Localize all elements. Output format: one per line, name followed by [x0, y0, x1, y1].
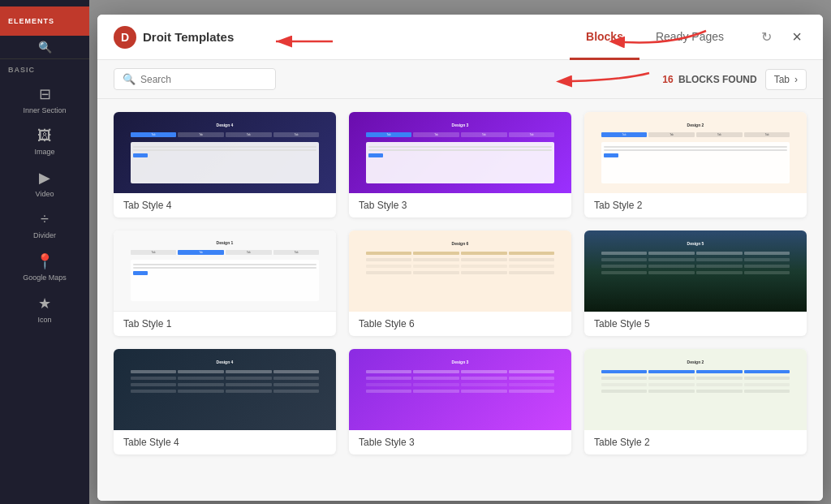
table-style-5-label: Table Style 5 — [584, 312, 807, 336]
sidebar: ELEMENTS 🔍 BASIC ⊟ Inner Section 🖼 Image… — [0, 0, 89, 504]
filter-dropdown[interactable]: Tab › — [765, 69, 807, 90]
sidebar-search[interactable]: 🔍 — [0, 36, 89, 59]
grid-item-tab-style-3[interactable]: Design 3 Tab Tab Tab Tab — [349, 112, 571, 218]
modal-header: D Droit Templates Blocks — [97, 15, 823, 60]
main-area: D Droit Templates Blocks — [89, 0, 831, 504]
icon-icon: ★ — [38, 295, 51, 312]
sidebar-header-label: ELEMENTS — [8, 17, 54, 25]
sidebar-item-icon[interactable]: ★ Icon — [0, 286, 89, 329]
grid-item-tab-style-2[interactable]: Design 2 Tab Tab Tab Tab — [584, 112, 807, 218]
grid-item-table-style-6[interactable]: Design 6 — [349, 230, 571, 336]
modal-title: Droit Templates — [143, 30, 234, 44]
thumb-table-style-2: Design 2 — [584, 349, 807, 430]
template-grid: Design 4 Tab Tab Tab Tab — [114, 112, 807, 454]
results-count: 16 BLOCKS FOUND — [662, 74, 756, 85]
table-style-2-label: Table Style 2 — [584, 430, 807, 454]
results-info: 16 BLOCKS FOUND Tab › — [286, 69, 807, 90]
sidebar-item-image[interactable]: 🖼 Image — [0, 119, 89, 161]
search-box[interactable]: 🔍 — [114, 68, 276, 90]
modal-toolbar: 🔍 16 BLOCKS FOUND Tab › — [97, 60, 823, 99]
video-icon: ▶ — [39, 169, 50, 187]
image-label: Image — [34, 148, 54, 156]
table-style-6-label: Table Style 6 — [349, 312, 571, 336]
modal-tabs: Blocks Ready Pages — [570, 15, 740, 59]
modal-logo: D Droit Templates — [114, 26, 570, 49]
table-style-3-label: Table Style 3 — [349, 430, 571, 454]
thumb-tab-style-2: Design 2 Tab Tab Tab Tab — [584, 112, 807, 193]
grid-item-tab-style-4[interactable]: Design 4 Tab Tab Tab Tab — [114, 112, 336, 218]
divider-icon: ÷ — [41, 211, 49, 228]
modal-header-actions: ↻ × — [756, 28, 807, 47]
google-maps-icon: 📍 — [36, 252, 54, 270]
results-label: BLOCKS FOUND — [678, 74, 757, 85]
tab-blocks[interactable]: Blocks — [570, 15, 639, 60]
grid-item-tab-style-1[interactable]: Design 1 Tab Tab Tab Tab — [114, 230, 336, 336]
thumb-tab-style-4: Design 4 Tab Tab Tab Tab — [114, 112, 336, 193]
modal-logo-icon: D — [114, 26, 136, 49]
inner-section-icon: ⊟ — [39, 85, 51, 103]
modal-grid: Design 4 Tab Tab Tab Tab — [97, 99, 823, 501]
droit-templates-modal: D Droit Templates Blocks — [97, 15, 823, 501]
refresh-button[interactable]: ↻ — [756, 28, 776, 47]
thumb-table-style-4: Design 4 — [114, 349, 336, 430]
video-label: Video — [36, 190, 54, 198]
grid-item-table-style-4[interactable]: Design 4 — [114, 349, 336, 454]
sidebar-header: ELEMENTS — [0, 6, 89, 36]
search-icon: 🔍 — [123, 73, 136, 85]
thumb-tab-style-1: Design 1 Tab Tab Tab Tab — [114, 230, 336, 312]
thumb-table-style-5: Design 5 — [584, 230, 807, 312]
divider-label: Divider — [33, 231, 56, 239]
sidebar-item-divider[interactable]: ÷ Divider — [0, 203, 89, 244]
sidebar-item-inner-section[interactable]: ⊟ Inner Section — [0, 77, 89, 119]
sidebar-item-google-maps[interactable]: 📍 Google Maps — [0, 244, 89, 286]
tab-style-3-label: Tab Style 3 — [349, 193, 571, 218]
tab-ready-pages[interactable]: Ready Pages — [639, 15, 740, 60]
grid-item-table-style-3[interactable]: Design 3 — [349, 349, 571, 454]
results-number: 16 — [662, 74, 673, 85]
thumb-tab-style-3: Design 3 Tab Tab Tab Tab — [349, 112, 571, 193]
close-button[interactable]: × — [787, 28, 807, 47]
image-icon: 🖼 — [37, 127, 52, 144]
grid-item-table-style-2[interactable]: Design 2 — [584, 349, 807, 454]
sidebar-item-video[interactable]: ▶ Video — [0, 161, 89, 203]
tab-style-4-label: Tab Style 4 — [114, 193, 336, 218]
icon-label: Icon — [37, 316, 51, 324]
tab-style-1-label: Tab Style 1 — [114, 312, 336, 336]
table-style-4-label: Table Style 4 — [114, 430, 336, 454]
sidebar-section-basic-label: BASIC — [0, 59, 89, 77]
tab-style-2-label: Tab Style 2 — [584, 193, 807, 218]
grid-item-table-style-5[interactable]: Design 5 — [584, 230, 807, 336]
chevron-right-icon: › — [794, 74, 798, 85]
inner-section-label: Inner Section — [23, 106, 66, 114]
filter-value: Tab — [774, 74, 790, 85]
google-maps-label: Google Maps — [23, 274, 67, 282]
thumb-table-style-3: Design 3 — [349, 349, 571, 430]
arrow-to-title — [268, 37, 333, 62]
thumb-table-style-6: Design 6 — [349, 230, 571, 312]
sidebar-search-icon: 🔍 — [38, 41, 52, 54]
search-input[interactable] — [140, 74, 267, 85]
